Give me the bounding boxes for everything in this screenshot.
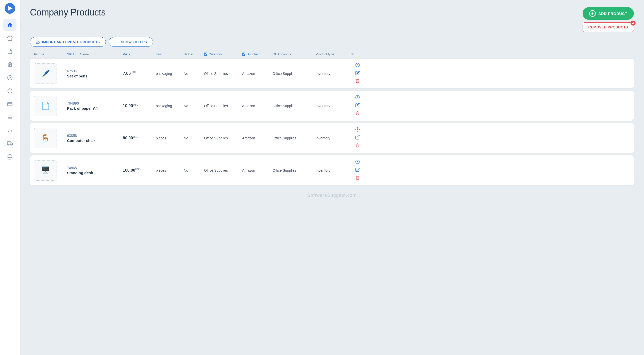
product-supplier: Amazon [242,136,273,140]
sidebar-item-database[interactable] [3,151,16,163]
svg-point-17 [11,145,12,146]
product-sku: 63858 [67,134,123,138]
app-logo[interactable] [5,3,15,14]
product-price: 7.00USD [123,71,156,76]
product-info: 764896 Pack of paper A4 [67,101,123,110]
category-checkbox[interactable] [204,53,207,56]
sidebar-item-tasks[interactable] [3,72,16,84]
header-actions: + ADD PRODUCT REMOVED PRODUCTS 4 [583,7,634,32]
sidebar-item-menu[interactable] [3,111,16,123]
col-price[interactable]: Price [123,52,156,56]
delete-icon[interactable] [355,175,360,181]
sidebar-item-box[interactable] [3,85,16,97]
product-info: 63858 Computer chair [67,134,123,143]
product-hidden: No [184,136,204,140]
product-hidden: No [184,72,204,76]
show-filters-button[interactable]: SHOW FILTERS [109,37,153,47]
col-product-type: Product type [316,52,349,56]
sidebar-item-shipping[interactable] [3,138,16,150]
svg-rect-14 [7,142,11,145]
product-info: 74865 Standing desk [67,166,123,175]
delete-icon[interactable] [355,78,360,84]
removed-products-button[interactable]: REMOVED PRODUCTS 4 [583,22,634,32]
col-hidden: Hidden [184,52,204,56]
svg-marker-15 [11,143,12,144]
product-unit: packaging [156,104,184,108]
product-category: Office Supplies [204,168,242,172]
product-hidden: No [184,104,204,108]
product-gl-accounts: Office Supplies [273,72,316,76]
delete-icon[interactable] [355,143,360,149]
product-type: Inventory [316,136,349,140]
removed-products-label: REMOVED PRODUCTS [588,25,628,29]
product-sku: 74865 [67,166,123,170]
product-category: Office Supplies [204,104,242,108]
add-product-button[interactable]: + ADD PRODUCT [583,7,634,20]
sidebar-item-orders[interactable] [3,32,16,44]
history-icon[interactable] [355,159,360,165]
product-image: 🖥️ [34,160,57,181]
filter-icon [115,40,119,44]
edit-icon[interactable] [355,71,360,76]
products-list: 🖊️ 67594 Set of pens 7.00USD packaging N… [30,59,634,185]
sidebar-item-analytics[interactable] [3,124,16,137]
product-name: Pack of paper A4 [67,106,123,110]
edit-icon[interactable] [355,103,360,109]
product-info: 67594 Set of pens [67,69,123,78]
watermark: SoftwareSuggest.com [30,188,634,206]
table-row: 🖥️ 74865 Standing desk 100.00USD pieces … [30,155,634,185]
sidebar-item-documents[interactable] [3,45,16,57]
product-actions [349,127,366,149]
svg-point-18 [8,155,12,156]
col-unit[interactable]: Unit [156,52,184,56]
product-unit: pieces [156,168,184,172]
product-category: Office Supplies [204,72,242,76]
table-header: Picture SKU / Name Price Unit Hidden Cat… [30,52,634,59]
delete-icon[interactable] [355,111,360,117]
product-supplier: Amazon [242,72,273,76]
sidebar-item-home[interactable] [3,19,16,31]
sidebar-item-billing[interactable] [3,98,16,110]
history-icon[interactable] [355,127,360,133]
col-name: Name [80,52,89,56]
product-actions [349,159,366,181]
product-actions [349,63,366,84]
history-icon[interactable] [355,95,360,101]
svg-rect-2 [9,62,11,63]
removed-badge: 4 [631,21,636,26]
product-unit: pieces [156,136,184,140]
import-products-button[interactable]: IMPORT AND UPDATE PRODUCTS [30,37,106,47]
edit-icon[interactable] [355,135,360,141]
product-actions [349,95,366,117]
import-icon [36,40,40,44]
table-row: 📄 764896 Pack of paper A4 10.00USD packa… [30,91,634,121]
edit-icon[interactable] [355,167,360,173]
col-edit: Edit [349,52,366,56]
product-gl-accounts: Office Supplies [273,104,316,108]
col-sku[interactable]: SKU [67,52,74,56]
supplier-checkbox[interactable] [242,53,245,56]
svg-rect-6 [8,103,12,106]
page-title: Company Products [30,7,106,18]
product-type: Inventory [316,72,349,76]
product-supplier: Amazon [242,104,273,108]
filters-label: SHOW FILTERS [121,40,147,44]
product-type: Inventory [316,168,349,172]
product-image: 📄 [34,96,57,116]
product-price: 10.00USD [123,103,156,108]
sidebar [0,0,20,355]
product-image: 🪑 [34,128,57,148]
product-name: Standing desk [67,171,123,175]
products-table: Picture SKU / Name Price Unit Hidden Cat… [30,52,634,355]
history-icon[interactable] [355,63,360,69]
product-price: 80.00USD [123,136,156,140]
col-sku-name: SKU / Name [67,52,123,56]
product-price: 100.00USD [123,168,156,173]
product-hidden: No [184,168,204,172]
product-unit: packaging [156,72,184,76]
col-category: Category [204,52,242,56]
product-sku: 764896 [67,101,123,105]
sidebar-item-clipboard[interactable] [3,58,16,71]
product-gl-accounts: Office Supplies [273,136,316,140]
toolbar: IMPORT AND UPDATE PRODUCTS SHOW FILTERS [30,37,634,47]
